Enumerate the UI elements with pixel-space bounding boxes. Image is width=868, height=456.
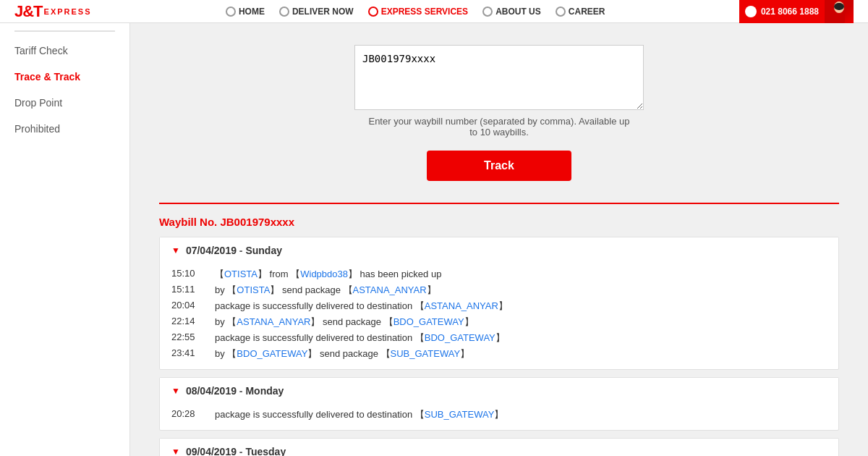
tracking-section-1: ▼ 08/04/2019 - Monday 20:28 package is s… bbox=[159, 377, 839, 431]
sidebar-item-trace-track[interactable]: Trace & Track bbox=[0, 64, 129, 90]
track-button[interactable]: Track bbox=[427, 151, 571, 181]
chevron-down-icon-1: ▼ bbox=[171, 386, 180, 396]
hotline-number: 021 8066 1888 bbox=[761, 7, 819, 17]
tracking-entry-0-3: 22:14 by 【ASTANA_ANYAR】 send package 【BD… bbox=[171, 314, 827, 330]
entry-time: 20:04 bbox=[171, 300, 215, 311]
logo-area: J&T EXPRESS bbox=[14, 2, 92, 21]
sidebar-item-tariff-check[interactable]: Tariff Check bbox=[0, 38, 129, 64]
sidebar-divider bbox=[14, 30, 115, 32]
tracking-entries-1: 20:28 package is successfully delivered … bbox=[160, 404, 838, 430]
chevron-down-icon-0: ▼ bbox=[171, 245, 180, 256]
career-icon bbox=[556, 7, 566, 17]
express-icon bbox=[368, 7, 378, 17]
entry-time: 23:41 bbox=[171, 347, 215, 358]
home-icon bbox=[226, 7, 236, 17]
svg-point-2 bbox=[834, 3, 844, 10]
waybill-input[interactable]: JB001979xxxx bbox=[354, 45, 644, 110]
deliver-icon bbox=[279, 7, 289, 17]
main-container: Tariff Check Trace & Track Drop Point Pr… bbox=[0, 23, 868, 456]
entry-desc: by 【BDO_GATEWAY】 send package 【SUB_GATEW… bbox=[215, 347, 827, 360]
tracking-entry-0-0: 15:10 【OTISTA】 from 【Widpbdo38】 has been… bbox=[171, 266, 827, 282]
section-divider bbox=[159, 203, 839, 204]
entry-desc: package is successfully delivered to des… bbox=[215, 408, 827, 421]
nav-deliver-now[interactable]: DELIVER NOW bbox=[279, 7, 354, 17]
hotline-area: 021 8066 1888 bbox=[739, 0, 825, 23]
entry-time: 22:14 bbox=[171, 316, 215, 326]
tracking-entry-0-5: 23:41 by 【BDO_GATEWAY】 send package 【SUB… bbox=[171, 346, 827, 362]
entry-desc: by 【ASTANA_ANYAR】 send package 【BDO_GATE… bbox=[215, 316, 827, 329]
waybill-hint: Enter your waybill number (separated by … bbox=[368, 116, 629, 138]
phone-icon bbox=[745, 6, 757, 17]
tracking-section-header-2[interactable]: ▼ 09/04/2019 - Tuesday bbox=[160, 439, 838, 456]
nav-about-us[interactable]: ABOUT US bbox=[482, 7, 541, 17]
entry-desc: package is successfully delivered to des… bbox=[215, 300, 827, 313]
entry-time: 15:10 bbox=[171, 268, 215, 279]
date-label-0: 07/04/2019 - Sunday bbox=[186, 245, 282, 256]
track-form: JB001979xxxx Enter your waybill number (… bbox=[159, 45, 839, 181]
tracking-section-header-0[interactable]: ▼ 07/04/2019 - Sunday bbox=[160, 237, 838, 263]
header: J&T EXPRESS HOME DELIVER NOW EXPRESS SER… bbox=[0, 0, 868, 23]
tracking-entry-0-1: 15:11 by 【OTISTA】 send package 【ASTANA_A… bbox=[171, 282, 827, 298]
entry-desc: package is successfully delivered to des… bbox=[215, 332, 827, 345]
date-label-1: 08/04/2019 - Monday bbox=[186, 385, 284, 397]
sidebar: Tariff Check Trace & Track Drop Point Pr… bbox=[0, 23, 130, 456]
tracking-entry-0-2: 20:04 package is successfully delivered … bbox=[171, 298, 827, 314]
nav-home[interactable]: HOME bbox=[226, 7, 265, 17]
svg-rect-1 bbox=[833, 13, 845, 23]
tracking-section-header-1[interactable]: ▼ 08/04/2019 - Monday bbox=[160, 378, 838, 404]
entry-desc: by 【OTISTA】 send package 【ASTANA_ANYAR】 bbox=[215, 284, 827, 297]
entry-time: 20:28 bbox=[171, 408, 215, 419]
content-area: JB001979xxxx Enter your waybill number (… bbox=[130, 23, 868, 456]
sidebar-item-prohibited[interactable]: Prohibited bbox=[0, 116, 129, 142]
tracking-section-0: ▼ 07/04/2019 - Sunday 15:10 【OTISTA】 fro… bbox=[159, 237, 839, 370]
tracking-entry-1-0: 20:28 package is successfully delivered … bbox=[171, 407, 827, 423]
waybill-result-title: Waybill No. JB001979xxxx bbox=[159, 216, 839, 228]
entry-time: 15:11 bbox=[171, 284, 215, 295]
nav-items: HOME DELIVER NOW EXPRESS SERVICES ABOUT … bbox=[92, 7, 739, 17]
delivery-person-image bbox=[825, 0, 854, 23]
entry-time: 22:55 bbox=[171, 332, 215, 342]
entry-desc: 【OTISTA】 from 【Widpbdo38】 has been picke… bbox=[215, 268, 827, 281]
logo-text: J&T bbox=[14, 2, 43, 21]
nav-career[interactable]: CAREER bbox=[556, 7, 605, 17]
tracking-entry-0-4: 22:55 package is successfully delivered … bbox=[171, 330, 827, 346]
date-label-2: 09/04/2019 - Tuesday bbox=[186, 446, 286, 456]
tracking-section-2: ▼ 09/04/2019 - Tuesday bbox=[159, 438, 839, 456]
tracking-entries-0: 15:10 【OTISTA】 from 【Widpbdo38】 has been… bbox=[160, 263, 838, 369]
sidebar-item-drop-point[interactable]: Drop Point bbox=[0, 90, 129, 116]
logo-express: EXPRESS bbox=[44, 7, 92, 16]
about-icon bbox=[482, 7, 493, 17]
rider-svg bbox=[826, 0, 852, 23]
nav-express-services[interactable]: EXPRESS SERVICES bbox=[368, 7, 469, 17]
chevron-down-icon-2: ▼ bbox=[171, 447, 180, 456]
